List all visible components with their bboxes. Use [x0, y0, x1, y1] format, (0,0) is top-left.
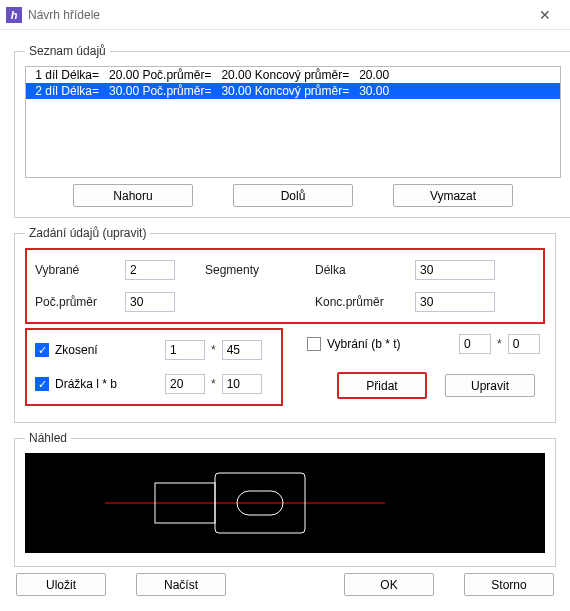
label-startdia: Poč.průměr	[35, 295, 125, 309]
mult-symbol: *	[491, 337, 508, 351]
preview-legend: Náhled	[25, 431, 71, 445]
groove-a-input[interactable]	[165, 374, 205, 394]
groove-check[interactable]: Drážka l * b	[35, 377, 125, 391]
list-legend: Seznam údajů	[25, 44, 110, 58]
enddia-input[interactable]	[415, 292, 495, 312]
edit-group: Zadání údajů (upravit) Vybrané Segmenty …	[14, 226, 556, 423]
groove-b-input[interactable]	[222, 374, 262, 394]
label-chamfer: Zkosení	[55, 343, 98, 357]
cancel-button[interactable]: Storno	[464, 573, 554, 596]
length-input[interactable]	[415, 260, 495, 280]
label-cut: Vybrání (b * t)	[327, 337, 401, 351]
label-groove: Drážka l * b	[55, 377, 117, 391]
mult-symbol: *	[205, 343, 222, 357]
edit-legend: Zadání údajů (upravit)	[25, 226, 150, 240]
list-group: Seznam údajů 1 díl Délka= 20.00 Poč.prům…	[14, 44, 570, 218]
startdia-input[interactable]	[125, 292, 175, 312]
cut-a-input[interactable]	[459, 334, 491, 354]
edit-button[interactable]: Upravit	[445, 374, 535, 397]
checkbox-icon	[35, 343, 49, 357]
chamfer-check[interactable]: Zkosení	[35, 343, 125, 357]
parts-listbox[interactable]: 1 díl Délka= 20.00 Poč.průměr= 20.00 Kon…	[25, 66, 561, 178]
ok-button[interactable]: OK	[344, 573, 434, 596]
load-button[interactable]: Načíst	[136, 573, 226, 596]
chamfer-a-input[interactable]	[165, 340, 205, 360]
mult-symbol: *	[205, 377, 222, 391]
list-row[interactable]: 1 díl Délka= 20.00 Poč.průměr= 20.00 Kon…	[26, 67, 560, 83]
highlight-features: Zkosení * Drážka l * b	[25, 328, 283, 406]
label-segments: Segmenty	[205, 263, 315, 277]
delete-button[interactable]: Vymazat	[393, 184, 513, 207]
window-title: Návrh hřídele	[28, 8, 528, 22]
shaft-preview	[25, 453, 545, 553]
cut-check[interactable]: Vybrání (b * t)	[307, 337, 417, 351]
checkbox-icon	[307, 337, 321, 351]
label-length: Délka	[315, 263, 415, 277]
add-button[interactable]: Přidat	[337, 372, 427, 399]
list-row[interactable]: 2 díl Délka= 30.00 Poč.průměr= 30.00 Kon…	[26, 83, 560, 99]
save-button[interactable]: Uložit	[16, 573, 106, 596]
chamfer-b-input[interactable]	[222, 340, 262, 360]
move-down-button[interactable]: Dolů	[233, 184, 353, 207]
app-icon: h	[6, 7, 22, 23]
close-icon[interactable]: ✕	[528, 3, 562, 27]
label-selected: Vybrané	[35, 263, 125, 277]
selected-input[interactable]	[125, 260, 175, 280]
cut-b-input[interactable]	[508, 334, 540, 354]
move-up-button[interactable]: Nahoru	[73, 184, 193, 207]
highlight-main-params: Vybrané Segmenty Délka Poč.průměr Konc.p…	[25, 248, 545, 324]
preview-group: Náhled	[14, 431, 556, 567]
checkbox-icon	[35, 377, 49, 391]
label-enddia: Konc.průměr	[315, 295, 415, 309]
